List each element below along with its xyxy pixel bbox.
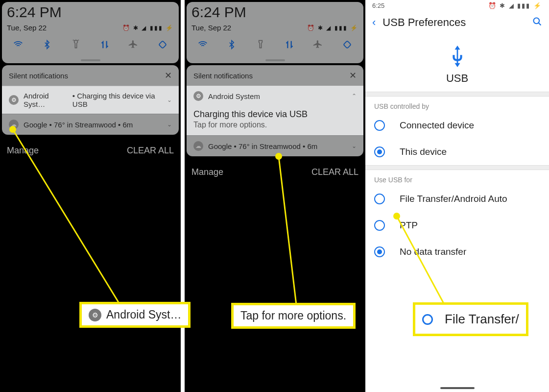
option-no-data-transfer[interactable]: No data transfer xyxy=(365,239,549,265)
svg-point-4 xyxy=(534,18,540,24)
manage-button[interactable]: Manage xyxy=(191,167,223,177)
divider xyxy=(365,165,549,170)
section-use-usb-for: Use USB for xyxy=(365,170,549,186)
page-title: USB Preferences xyxy=(382,16,532,29)
callout-file-transfer: File Transfer/ xyxy=(413,302,528,336)
option-label: Connected device xyxy=(400,120,474,131)
option-this-device[interactable]: This device xyxy=(365,139,549,165)
svg-rect-0 xyxy=(159,41,167,49)
notif-title: Charging this device via USB xyxy=(193,109,357,120)
notification-shade: 6:24 PM Tue, Sep 22 ⏰ ✱ ◢ ▮▮▮ ⚡ Silent n… xyxy=(0,2,181,164)
status-icons: ⏰ ✱ ◢ ▮▮▮ ⚡ xyxy=(122,24,174,31)
close-icon[interactable]: ✕ xyxy=(349,70,357,81)
chevron-down-icon[interactable]: ⌄ xyxy=(167,97,172,103)
chevron-down-icon[interactable]: ⌄ xyxy=(167,121,172,128)
qs-bluetooth-icon[interactable] xyxy=(41,39,53,50)
clear-all-button[interactable]: CLEAR ALL xyxy=(127,146,174,156)
shade-handle[interactable] xyxy=(81,59,100,61)
radio-icon xyxy=(422,314,433,325)
qs-bluetooth-icon[interactable] xyxy=(226,39,238,50)
notification-shade: 6:24 PM Tue, Sep 22 ⏰ ✱ ◢ ▮▮▮ ⚡ Silent n… xyxy=(185,2,365,185)
divider xyxy=(365,92,549,97)
highlight-dot xyxy=(393,213,400,220)
weather-text: Google • 76° in Streamwood • 6m xyxy=(24,121,133,129)
gesture-bar[interactable] xyxy=(440,387,475,389)
date-label: Tue, Sep 22 xyxy=(7,24,47,32)
qs-tiles xyxy=(2,32,179,56)
chevron-up-icon[interactable]: ⌃ xyxy=(352,93,357,99)
callout-text: Android Syst… xyxy=(106,308,181,321)
notif-summary: • Charging this device via USB xyxy=(72,92,172,108)
panel-notification-collapsed: AccuWeatherc:geoTodoistRunkeeperGoogle P… xyxy=(0,0,181,392)
usb-icon xyxy=(365,34,549,72)
option-file-transfer[interactable]: File Transfer/Android Auto xyxy=(365,186,549,212)
silent-label: Silent notifications xyxy=(193,72,253,80)
callout-tap-options: Tap for more options. xyxy=(231,303,356,329)
back-icon[interactable]: ‹ xyxy=(372,16,376,29)
notif-app-label: Android Syst… xyxy=(24,92,72,108)
qs-data-icon[interactable] xyxy=(284,39,295,50)
radio-icon xyxy=(374,194,385,204)
highlight-dot xyxy=(9,126,16,133)
silent-label: Silent notifications xyxy=(9,72,68,80)
usb-label: USB xyxy=(365,72,549,92)
qs-tiles xyxy=(187,32,363,56)
clock-small: 6:25 xyxy=(372,2,384,9)
shade-actions: Manage CLEAR ALL xyxy=(0,135,181,164)
qs-rotate-icon[interactable] xyxy=(157,39,168,50)
highlight-dot xyxy=(275,153,282,160)
clear-all-button[interactable]: CLEAR ALL xyxy=(311,167,358,177)
gear-icon: ⚙ xyxy=(89,309,101,321)
search-icon[interactable] xyxy=(532,17,542,29)
option-label: No data transfer xyxy=(400,246,466,257)
notif-expanded-body[interactable]: Charging this device via USB Tap for mor… xyxy=(187,106,363,135)
option-label: PTP xyxy=(400,220,418,231)
qs-data-icon[interactable] xyxy=(99,39,111,50)
notif-android-system-collapsed[interactable]: ⚙ Android Syst… • Charging this device v… xyxy=(2,86,179,114)
qs-wifi-icon[interactable] xyxy=(12,39,24,50)
status-icons: ⏰ ✱ ◢ ▮▮▮ ⚡ xyxy=(488,2,542,9)
qs-airplane-icon[interactable] xyxy=(312,39,324,50)
notif-google-weather[interactable]: ☁ Google • 76° in Streamwood • 6m ⌄ xyxy=(187,135,363,156)
notif-google-weather[interactable]: ☁ Google • 76° in Streamwood • 6m ⌄ xyxy=(2,114,179,135)
clock-large: 6:24 PM xyxy=(2,2,179,23)
silent-section-header: Silent notifications ✕ xyxy=(187,65,363,86)
clock-large: 6:24 PM xyxy=(187,2,363,23)
option-label: File Transfer/Android Auto xyxy=(400,194,507,204)
date-label: Tue, Sep 22 xyxy=(191,24,231,32)
gear-icon: ⚙ xyxy=(9,95,19,105)
qs-flashlight-icon[interactable] xyxy=(255,39,266,50)
qs-airplane-icon[interactable] xyxy=(128,39,140,50)
shade-handle[interactable] xyxy=(265,59,285,61)
panel-usb-preferences: 6:25 ⏰ ✱ ◢ ▮▮▮ ⚡ ‹ USB Preferences USB U… xyxy=(365,0,549,392)
callout-text: File Transfer/ xyxy=(445,312,519,327)
quick-settings: 6:24 PM Tue, Sep 22 ⏰ ✱ ◢ ▮▮▮ ⚡ xyxy=(187,2,363,63)
weather-text: Google • 76° in Streamwood • 6m xyxy=(208,142,317,150)
notif-app-label: Android System xyxy=(208,92,260,100)
qs-rotate-icon[interactable] xyxy=(341,39,353,50)
cloud-icon: ☁ xyxy=(193,141,203,151)
option-label: This device xyxy=(400,147,447,157)
status-icons: ⏰ ✱ ◢ ▮▮▮ ⚡ xyxy=(307,24,358,31)
radio-icon xyxy=(374,220,385,231)
section-controlled-by: USB controlled by xyxy=(365,97,549,112)
callout-text: Tap for more options. xyxy=(240,309,346,322)
chevron-down-icon[interactable]: ⌄ xyxy=(352,143,357,149)
radio-icon xyxy=(374,120,385,131)
shade-actions: Manage CLEAR ALL xyxy=(185,156,365,185)
manage-button[interactable]: Manage xyxy=(7,146,39,156)
app-bar: ‹ USB Preferences xyxy=(365,11,549,34)
quick-settings: 6:24 PM Tue, Sep 22 ⏰ ✱ ◢ ▮▮▮ ⚡ xyxy=(2,2,179,63)
qs-wifi-icon[interactable] xyxy=(197,39,209,50)
notif-android-system-expanded[interactable]: ⚙ Android System ⌃ xyxy=(187,86,363,106)
radio-icon xyxy=(374,147,385,157)
notif-subtitle: Tap for more options. xyxy=(193,121,357,129)
callout-android-system: ⚙ Android Syst… xyxy=(79,302,191,328)
option-connected-device[interactable]: Connected device xyxy=(365,112,549,139)
gear-icon: ⚙ xyxy=(193,91,203,101)
svg-rect-2 xyxy=(343,41,351,49)
panel-notification-expanded: AccuWeatherc:geoTodoistRunkeeperGoogle P… xyxy=(181,0,365,392)
qs-flashlight-icon[interactable] xyxy=(70,39,82,50)
close-icon[interactable]: ✕ xyxy=(165,70,172,81)
silent-section-header: Silent notifications ✕ xyxy=(2,65,179,86)
